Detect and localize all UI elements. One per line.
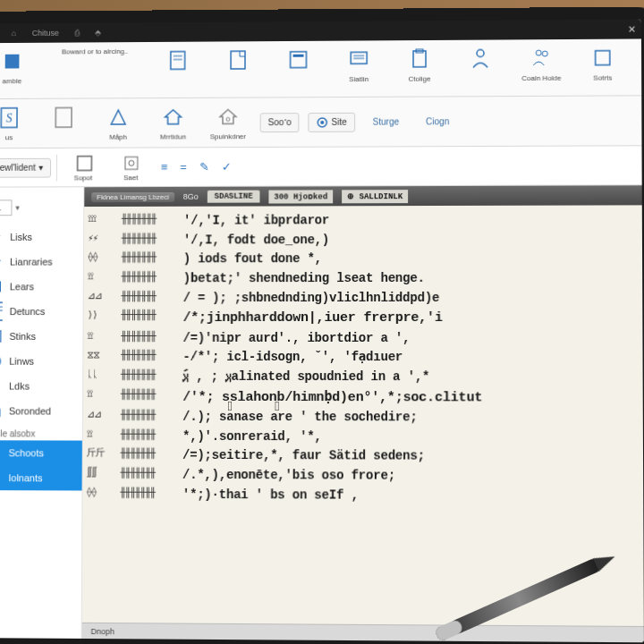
- line-gutter: ╫╫╫╫╫╫╫: [120, 466, 182, 486]
- line-marker: ⟟⟟: [88, 269, 122, 289]
- page-number[interactable]: 1: [0, 199, 13, 216]
- code-line[interactable]: ⊿⊿╫╫╫╫╫╫╫/.); sanase are ' the sochedire…: [87, 408, 640, 428]
- ribbon-tile[interactable]: [40, 102, 86, 144]
- line-marker: ⚡⚡: [88, 231, 122, 250]
- ribbon-label: Coaln Holde: [521, 74, 561, 82]
- ribbon-button[interactable]: Site: [309, 112, 355, 131]
- sidebar-item[interactable]: Soronded: [0, 398, 82, 423]
- sidebar-item-label: Schoots: [9, 447, 44, 458]
- code-line[interactable]: ᚳᚳ╫╫╫╫╫╫╫ꭕ́ , ; ꭕalinated spoudnied in a…: [87, 368, 640, 387]
- line-gutter: ╫╫╫╫╫╫╫: [121, 250, 182, 270]
- ribbon-tile[interactable]: amble: [0, 47, 38, 95]
- ribbon-tile[interactable]: [273, 45, 325, 94]
- code-line[interactable]: ⟠⟠╫╫╫╫╫╫╫'*;)·thai ' bs on seIf ,: [86, 485, 640, 506]
- msg-icon: [345, 46, 372, 72]
- svg-point-22: [226, 117, 230, 121]
- close-icon[interactable]: ✕: [628, 23, 636, 35]
- ribbon-glyph[interactable]: ≡: [157, 160, 171, 174]
- ribbon-tile[interactable]: Mrrtidun: [150, 102, 197, 144]
- ribbon-label: Siatlin: [349, 75, 369, 83]
- ribbon-tile[interactable]: Sotrts: [576, 43, 629, 92]
- sidebar-item[interactable]: Lears: [0, 274, 83, 299]
- sidebar-item[interactable]: Iolnants: [0, 465, 82, 490]
- ribbon-text[interactable]: Ciogn: [417, 116, 458, 126]
- ribbon-button[interactable]: Sooʻo: [260, 113, 300, 132]
- ribbon-mid-tile[interactable]: Sopot: [62, 153, 105, 182]
- svg-rect-26: [124, 157, 137, 169]
- ribbon-mid-label: Sopot: [74, 174, 93, 182]
- page-icon: [285, 47, 312, 73]
- tab-label: Sewl'lident: [0, 163, 36, 173]
- titlebar-text: Chituse: [32, 29, 59, 38]
- code-line[interactable]: ⟟⟟╫╫╫╫╫╫╫/=)'nipr aurd'., ibortdior a ',: [87, 329, 639, 349]
- tab-button[interactable]: Sewl'lident ▾: [0, 157, 51, 177]
- status-bar: Dnoph: [82, 623, 644, 642]
- ribbon-mid-tile[interactable]: Saet: [110, 153, 153, 182]
- sidebar-item-label: Lianraries: [10, 257, 53, 267]
- code-editor[interactable]: ⟟⟟⟟╫╫╫╫╫╫╫'/,'I, it' ibprdaror⚡⚡╫╫╫╫╫╫╫'…: [82, 205, 644, 626]
- line-gutter: ╫╫╫╫╫╫╫: [121, 289, 183, 309]
- clip-icon: [406, 46, 433, 72]
- svg-rect-1: [171, 52, 185, 70]
- code-line[interactable]: ∬∬╫╫╫╫╫╫╫/.*,),enonēte,'bis oso frore;: [87, 466, 640, 487]
- editor-tab[interactable]: SDASLINE: [208, 191, 260, 203]
- ribbon-tile[interactable]: Sus: [0, 103, 32, 145]
- editor-tab-3[interactable]: ⊕ SALLDINLK: [342, 190, 408, 203]
- ribbon-tile[interactable]: Ctolige: [394, 44, 445, 93]
- code-line[interactable]: ⟠⟠╫╫╫╫╫╫╫) iods fout done *,: [88, 250, 639, 270]
- code-line[interactable]: ⟟⟟╫╫╫╫╫╫╫*,)'.sonreraid, '*,: [87, 427, 640, 447]
- line-gutter: ╫╫╫╫╫╫╫: [120, 446, 182, 466]
- code-line[interactable]: 斤斤╫╫╫╫╫╫╫/=);seitire,*, faur Sätid seden…: [87, 446, 640, 468]
- sidebar-item-label: Soronded: [9, 405, 51, 416]
- code-line[interactable]: ⟟⟟╫╫╫╫╫╫╫/'*; s͟slahon͟b/himnḅd)en°',*;s…: [87, 386, 640, 408]
- sidebar-item[interactable]: Detuncs: [0, 299, 83, 324]
- code-text: )betat;' shendneding lseat henge.: [183, 269, 425, 289]
- sidebar-item[interactable]: Schoots: [0, 440, 82, 465]
- ribbon-glyph[interactable]: ✎: [196, 160, 213, 174]
- ribbon-tile[interactable]: Coaln Holde: [515, 43, 567, 92]
- ribbon-tile[interactable]: Måph: [95, 102, 141, 144]
- titlebar-glyph: ⎙: [74, 29, 79, 38]
- file-icon: [225, 47, 251, 73]
- line-marker: 斤斤: [87, 446, 121, 466]
- ribbon-text[interactable]: Sturge: [364, 117, 408, 127]
- code-line[interactable]: ⟩⟩╫╫╫╫╫╫╫/*;jinphharddown|,iuer frerpre,…: [87, 308, 639, 328]
- code-line[interactable]: ⟟⟟⟟╫╫╫╫╫╫╫'/,'I, it' ibprdaror: [88, 210, 639, 231]
- editor-pill[interactable]: Fklnea Limansg Lbzeci: [91, 191, 174, 201]
- sidebar-item[interactable]: Stinks: [0, 324, 83, 349]
- globe-icon: [0, 354, 2, 369]
- chevron-down-icon[interactable]: ▾: [15, 203, 20, 212]
- code-line[interactable]: ⚡⚡╫╫╫╫╫╫╫'/,I, fodt doe_one,): [88, 230, 639, 250]
- sidebar: 1 ▾ LisksLianrariesLearsDetuncsStinksLin…: [0, 187, 84, 639]
- ribbon-mid-label: Saet: [123, 174, 138, 182]
- ribbon-tile[interactable]: [454, 43, 506, 92]
- ribbon-glyph[interactable]: =: [176, 160, 191, 174]
- code-line[interactable]: ⟟⟟╫╫╫╫╫╫╫)betat;' shendneding lseat heng…: [88, 269, 639, 289]
- ribbon-tile[interactable]: [152, 46, 204, 95]
- ribbon-button-label: Sooʻo: [268, 117, 292, 127]
- ribbon-glyph[interactable]: ✓: [218, 160, 235, 174]
- code-line[interactable]: ⊿⊿╫╫╫╫╫╫╫/ = ); ;shbnednding)vliclhnlidd…: [88, 288, 640, 308]
- code-text: '*;)·thai ' bs on seIf ,: [182, 486, 359, 506]
- ribbon-label: Spuinkdner: [210, 132, 246, 140]
- editor-panel: Fklnea Limansg Lbzeci 8Go SDASLINE 300 H…: [82, 185, 644, 642]
- sidebar-item-label: Iolnants: [8, 472, 42, 483]
- sidebar-item[interactable]: Linws: [0, 349, 82, 374]
- sidebar-item[interactable]: Ldks: [0, 374, 82, 399]
- ribbon-label: Ctolige: [409, 75, 431, 83]
- editor-tab-2[interactable]: 300 Hjoɒked: [268, 190, 333, 203]
- line-marker: ᚳᚳ: [87, 368, 121, 387]
- ribbon-tile[interactable]: [212, 45, 264, 94]
- sidebar-item[interactable]: Lianraries: [0, 250, 83, 275]
- sidebar-item[interactable]: Lisks: [0, 225, 83, 250]
- ribbon-tile[interactable]: Boward or to alrcing..: [47, 46, 144, 95]
- page-stepper[interactable]: 1 ▾: [0, 199, 78, 216]
- line-marker: ⟠⟠: [86, 485, 120, 504]
- ribbon-tile[interactable]: Spuinkdner: [205, 102, 251, 144]
- line-marker: ⟠⟠: [88, 250, 122, 270]
- line-gutter: ╫╫╫╫╫╫╫: [121, 408, 183, 428]
- ribbon-tile[interactable]: Siatlin: [333, 44, 385, 93]
- line-gutter: ╫╫╫╫╫╫╫: [120, 427, 182, 446]
- code-line[interactable]: ⧖⧖╫╫╫╫╫╫╫-/*'; icl-idsogn, ˇ', 'fạdıuer: [87, 348, 639, 368]
- titlebar-glyph: ⌂: [12, 29, 16, 38]
